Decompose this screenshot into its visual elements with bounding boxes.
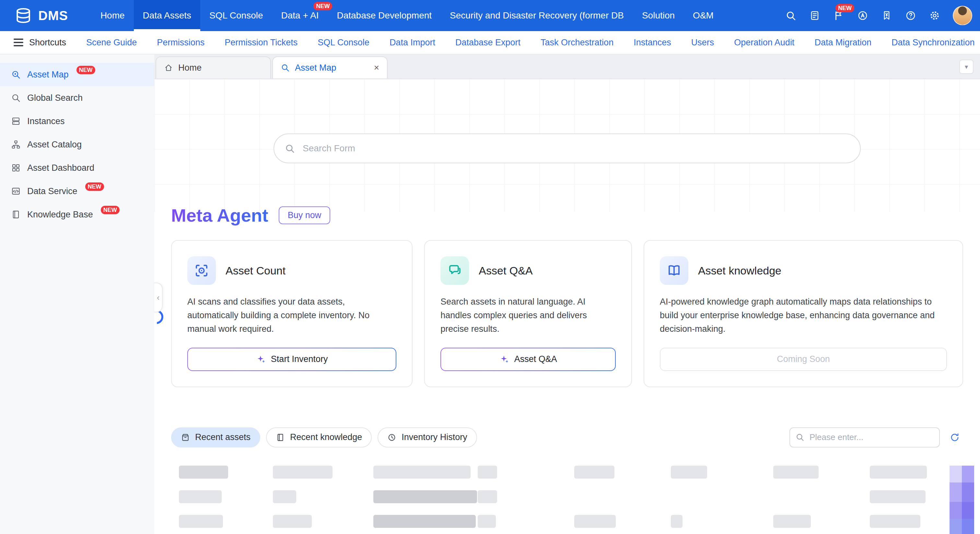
tab-label: Home (178, 63, 202, 73)
subnav-link-scene-guide[interactable]: Scene Guide (86, 38, 137, 48)
sidebar-item-asset-map[interactable]: Asset Map NEW (0, 63, 154, 86)
sidebar-item-asset-catalog[interactable]: Asset Catalog (0, 133, 154, 156)
card-button-label: Start Inventory (271, 354, 328, 364)
subnav-link-database-export[interactable]: Database Export (455, 38, 520, 48)
shortcuts-button[interactable]: Shortcuts (14, 38, 66, 48)
tab-home[interactable]: Home (156, 56, 271, 78)
asset-knowledge-book-icon (666, 263, 682, 278)
topnav-item-sql-console[interactable]: SQL Console (200, 0, 272, 31)
topnav-item-data-ai[interactable]: Data + AINEW (272, 0, 328, 31)
topnav-item-om[interactable]: O&M (684, 0, 723, 31)
redacted-table (179, 466, 980, 534)
topnav-item-home[interactable]: Home (91, 0, 134, 31)
sidebar-collapse-handle[interactable]: ‹ (154, 283, 163, 312)
sidebar-item-global-search[interactable]: Global Search (0, 86, 154, 110)
topnav-label: Home (100, 10, 125, 21)
subnav-link-permissions[interactable]: Permissions (157, 38, 205, 48)
sparkle-icon (500, 354, 509, 364)
sidebar-item-label: Data Service (27, 186, 78, 196)
help-icon-button[interactable] (901, 6, 920, 25)
search-icon (11, 93, 21, 103)
card-header: Asset Count (187, 256, 396, 285)
subnav-link-instances[interactable]: Instances (633, 38, 671, 48)
asset-search-input[interactable] (274, 134, 861, 163)
buy-now-button[interactable]: Buy now (279, 207, 331, 224)
subnav-link-operation-audit[interactable]: Operation Audit (734, 38, 794, 48)
search-icon-button[interactable] (781, 6, 800, 25)
asset-qa-button[interactable]: Asset Q&A (441, 348, 615, 370)
report-icon-button[interactable] (805, 6, 824, 25)
subnav-link-data-synchronization[interactable]: Data Synchronization (891, 38, 975, 48)
new-badge: NEW (85, 183, 104, 191)
card-title: Asset Count (226, 264, 285, 277)
settings-icon-button[interactable] (925, 6, 944, 25)
dms-app: DMS Home Data Assets SQL Console Data + … (0, 0, 980, 534)
user-avatar[interactable] (953, 6, 972, 25)
assets-toolbar-right (789, 428, 963, 448)
asset-map-page: Meta Agent Buy now Asset Count AI scans … (154, 79, 980, 534)
shortcuts-label: Shortcuts (29, 38, 66, 48)
scan-icon-tile (187, 256, 216, 285)
topnav-item-data-assets[interactable]: Data Assets (134, 0, 200, 31)
card-button-label: Coming Soon (777, 354, 830, 364)
workspace: Asset Map NEW Global Search Instances As… (0, 54, 980, 534)
assets-filter-input[interactable] (789, 428, 940, 448)
search-icon (795, 432, 804, 442)
card-asset-count: Asset Count AI scans and classifies your… (171, 240, 412, 387)
card-title: Asset knowledge (698, 264, 781, 277)
home-icon (164, 63, 173, 72)
top-nav: Home Data Assets SQL Console Data + AINE… (91, 0, 723, 31)
recent-assets-table-section (154, 466, 980, 534)
tab-list-button[interactable]: ▾ (959, 60, 974, 74)
card-action: Coming Soon (660, 336, 947, 371)
gradient-border: Start Inventory (187, 348, 396, 371)
announcement-icon-button[interactable]: NEW (829, 6, 848, 25)
subnav-link-task-orchestration[interactable]: Task Orchestration (541, 38, 614, 48)
pill-inventory-history[interactable]: Inventory History (377, 428, 477, 448)
assets-toolbar: Recent assets Recent knowledge Inventory… (171, 428, 963, 448)
subnav-link-data-migration[interactable]: Data Migration (815, 38, 872, 48)
yen-bookmark-icon (881, 10, 892, 21)
card-asset-qa: Asset Q&A Search assets in natural langu… (424, 240, 632, 387)
brand-logo[interactable]: DMS (0, 6, 91, 25)
data-service-icon (11, 186, 21, 196)
topnav-item-database-development[interactable]: Database Development (328, 0, 441, 31)
subnav-link-sql-console[interactable]: SQL Console (318, 38, 369, 48)
top-navbar: DMS Home Data Assets SQL Console Data + … (0, 0, 980, 31)
meta-agent-header: Meta Agent Buy now (171, 205, 980, 226)
dms-logo-icon (14, 6, 32, 25)
meta-agent-cards: Asset Count AI scans and classifies your… (171, 240, 963, 387)
new-badge: NEW (101, 206, 119, 214)
chat-icon-tile (441, 256, 469, 285)
card-action: Start Inventory (187, 336, 396, 371)
billing-icon-button[interactable] (877, 6, 896, 25)
sidebar-item-instances[interactable]: Instances (0, 110, 154, 133)
search-icon (281, 63, 290, 72)
tab-asset-map[interactable]: Asset Map × (272, 56, 388, 78)
ai-assistant-icon-button[interactable] (853, 6, 872, 25)
sidebar-item-asset-dashboard[interactable]: Asset Dashboard (0, 156, 154, 180)
card-action: Asset Q&A (441, 336, 616, 371)
close-icon[interactable]: × (374, 63, 379, 72)
pill-recent-knowledge[interactable]: Recent knowledge (266, 428, 372, 448)
subnav-link-data-import[interactable]: Data Import (390, 38, 435, 48)
topnav-item-solution[interactable]: Solution (633, 0, 684, 31)
search-icon (785, 10, 796, 21)
sidebar-item-knowledge-base[interactable]: Knowledge Base NEW (0, 203, 154, 226)
card-description: AI scans and classifies your data assets… (187, 295, 396, 336)
sidebar: Asset Map NEW Global Search Instances As… (0, 54, 154, 534)
refresh-icon (950, 432, 960, 443)
sidebar-item-data-service[interactable]: Data Service NEW (0, 180, 154, 203)
pill-label: Recent assets (195, 432, 250, 442)
refresh-button[interactable] (946, 429, 963, 446)
subnav-link-permission-tickets[interactable]: Permission Tickets (224, 38, 298, 48)
book-icon (276, 433, 285, 442)
pill-recent-assets[interactable]: Recent assets (171, 428, 260, 448)
subnav-link-users[interactable]: Users (691, 38, 714, 48)
table-row (179, 466, 980, 478)
topnav-item-security-disaster-recovery[interactable]: Security and Disaster Recovery (former D… (441, 0, 633, 31)
start-inventory-button[interactable]: Start Inventory (188, 348, 396, 370)
card-button-label: Asset Q&A (514, 354, 557, 364)
topnav-label: Database Development (337, 10, 432, 21)
card-title: Asset Q&A (479, 264, 533, 277)
